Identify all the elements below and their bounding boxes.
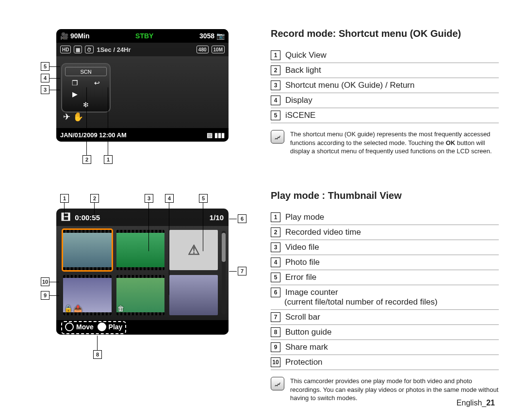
callout-r7: 7 (238, 267, 246, 275)
protection-icon: 🔒 (64, 305, 72, 312)
ref-label: Scroll bar (285, 312, 320, 322)
shortcut-panel[interactable]: SCN ❐ ↩ ▶ ✻ (61, 63, 111, 113)
section1-list: 1Quick View 2Back light 3Shortcut menu (… (271, 48, 499, 123)
dpad-icon (65, 323, 74, 331)
ref-num: 10 (271, 357, 280, 367)
ref-num: 9 (271, 342, 280, 352)
callout-t3: 3 (145, 194, 153, 203)
rec-time: 90Min (70, 32, 90, 40)
ref-num: 5 (271, 111, 280, 120)
ref-label: Button guide (285, 327, 331, 337)
footer-page: 21 (486, 399, 495, 407)
ref-num: 4 (271, 96, 280, 105)
callout-2: 2 (82, 155, 91, 164)
footer-lang: English (457, 399, 482, 407)
ref-label: Protection (285, 357, 323, 367)
battery-icon: ▮▮▮ (214, 131, 225, 139)
move-label: Move (76, 323, 94, 331)
ref-num: 1 (271, 212, 280, 222)
ref-sublabel: (current file/total number of recorded f… (284, 297, 499, 307)
ref-label: Video file (285, 242, 319, 252)
section1-note: The shortcut menu (OK guide) represents … (271, 130, 499, 156)
thumbnail-1[interactable] (63, 230, 112, 270)
ok-icon (98, 323, 106, 331)
thumbnail-error[interactable]: ⚠ (169, 230, 218, 270)
ref-label: Back light (285, 65, 321, 75)
ref-num: 4 (271, 258, 280, 267)
ref-num: 7 (271, 312, 280, 322)
callout-5: 5 (41, 62, 49, 71)
datetime: JAN/01/2009 12:00 AM (60, 131, 127, 139)
timer-icon: ⏱ (85, 46, 94, 53)
button-guide-bar: Move Play (56, 320, 229, 335)
hd-icon: HD (60, 46, 71, 53)
misc-icons: ✈ ✋ (63, 112, 83, 122)
elapsed-time: 0:00:55 (75, 213, 100, 222)
lcd-record-mode: 🎥 90Min STBY 3058 📷 HD ▦ ⏱ 1Sec / 24Hr 4… (56, 29, 229, 142)
callout-b8: 8 (93, 350, 102, 359)
return-icon[interactable]: ↩ (87, 78, 107, 87)
thumbnail-grid[interactable]: ⚠ 🔒📤 🗑 (63, 230, 218, 315)
ref-label: Display (285, 96, 312, 105)
ref-num: 1 (271, 50, 280, 60)
callout-4: 4 (41, 74, 49, 82)
quality-icon: ▦ (74, 46, 82, 53)
camcorder-icon: 🎥 (60, 32, 68, 40)
share-icon: 📤 (74, 305, 82, 312)
ref-label: Error file (285, 273, 316, 282)
note-icon (271, 377, 284, 390)
ref-label: Image counter (285, 288, 338, 297)
section2-list: 1Play mode 2Recorded video time 3Video f… (271, 210, 499, 370)
callout-l10: 10 (41, 277, 49, 286)
card-icon: ▨ (207, 131, 213, 139)
callout-3: 3 (41, 85, 49, 94)
ref-label: Share mark (285, 342, 328, 352)
callout-l9: 9 (41, 291, 49, 300)
ref-label: Photo file (285, 258, 320, 267)
callout-t2: 2 (90, 194, 99, 203)
note-ok-bold: OK (446, 139, 456, 146)
display-icon[interactable]: ❐ (65, 78, 85, 87)
interval-text: 1Sec / 24Hr (97, 46, 131, 53)
ref-num: 2 (271, 227, 280, 237)
status-stby: STBY (135, 32, 153, 40)
ref-num: 8 (271, 327, 280, 337)
scroll-bar[interactable] (222, 231, 226, 314)
callout-t4: 4 (165, 194, 174, 203)
res-tag: 480 (196, 46, 209, 53)
callout-t5: 5 (199, 194, 208, 203)
ref-label: iSCENE (285, 111, 315, 120)
ref-num: 2 (271, 65, 280, 75)
ref-label: Quick View (285, 50, 327, 60)
section1-title: Record mode: Shortcut menu (OK Guide) (271, 28, 499, 39)
callout-1: 1 (104, 155, 113, 164)
ref-num: 5 (271, 273, 280, 282)
ref-label: Shortcut menu (OK Guide) / Return (285, 81, 414, 90)
shots-remaining: 3058 (199, 32, 214, 40)
ref-label: Recorded video time (285, 227, 361, 237)
callout-t1: 1 (60, 194, 69, 203)
playmode-icon[interactable]: 🎞 (61, 212, 71, 223)
ref-num: 3 (271, 81, 280, 90)
quickview-icon[interactable]: ▶ (65, 90, 85, 99)
trash-icon: 🗑 (117, 305, 124, 312)
callout-r6: 6 (238, 214, 246, 223)
section2-title: Play mode : Thumbnail View (271, 190, 499, 201)
backlight-icon[interactable]: ✻ (65, 101, 107, 109)
thumbnail-4[interactable]: 🔒📤 (63, 275, 112, 315)
ref-num: 6 (271, 288, 280, 297)
thumbnail-2[interactable] (116, 230, 165, 270)
play-label: Play (109, 323, 123, 331)
camera-icon: 📷 (216, 32, 225, 40)
megapixel-tag: 10M (212, 46, 225, 53)
iscene-icon[interactable]: SCN (65, 67, 107, 76)
thumbnail-5[interactable]: 🗑 (116, 275, 165, 315)
note-icon (271, 130, 284, 144)
ref-num: 3 (271, 242, 280, 252)
ref-label: Play mode (285, 212, 324, 222)
page-footer: English_21 (457, 399, 495, 407)
thumbnail-6[interactable] (169, 275, 218, 315)
image-counter: 1/10 (210, 213, 224, 222)
